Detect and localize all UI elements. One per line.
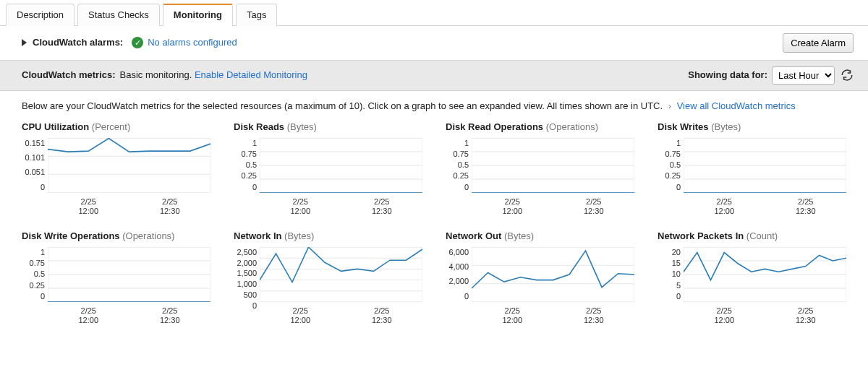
chart-unit: (Bytes): [711, 121, 741, 132]
y-tick: 2,500: [234, 247, 257, 258]
y-tick: 0: [658, 182, 681, 193]
y-tick: 0.75: [234, 149, 257, 160]
y-tick: 6,000: [446, 247, 469, 258]
chart-title: Disk Write Operations: [22, 230, 120, 241]
chart-unit: (Bytes): [287, 121, 317, 132]
y-tick: 1: [22, 247, 45, 258]
y-tick: 15: [658, 258, 681, 269]
y-tick: 1,000: [234, 279, 257, 290]
y-tick: 0.75: [658, 149, 681, 160]
time-range-select[interactable]: Last Hour: [772, 66, 835, 85]
chart-network-packets-in[interactable]: Network Packets In (Count)201510502/2512…: [658, 230, 846, 326]
y-tick: 2,000: [234, 258, 257, 269]
x-tick: 2/2512:30: [372, 306, 392, 327]
y-tick: 0: [22, 291, 45, 302]
x-tick: 2/2512:30: [160, 306, 180, 327]
y-tick: 1,500: [234, 268, 257, 279]
refresh-icon[interactable]: [841, 69, 854, 82]
x-tick: 2/2512:30: [160, 197, 180, 217]
chart-unit: (Operations): [122, 230, 174, 241]
enable-detailed-monitoring-link[interactable]: Enable Detailed Monitoring: [195, 69, 307, 82]
y-tick: 0: [446, 182, 469, 193]
cloudwatch-metrics-bar: CloudWatch metrics: Basic monitoring. En…: [0, 61, 868, 91]
chart-title: Disk Writes: [658, 121, 709, 132]
chart-network-in[interactable]: Network In (Bytes)2,5002,0001,5001,00050…: [234, 230, 422, 326]
chart-disk-reads[interactable]: Disk Reads (Bytes)10.750.50.2502/2512:00…: [234, 121, 422, 217]
y-tick: 0: [446, 291, 469, 302]
chart-title: Network In: [234, 230, 281, 241]
chevron-right-icon: ›: [668, 100, 671, 111]
expand-icon[interactable]: [22, 39, 27, 46]
chart-grid: CPU Utilization (Percent)0.1510.1010.051…: [0, 115, 868, 340]
create-alarm-button[interactable]: Create Alarm: [783, 33, 854, 53]
svg-rect-35: [260, 247, 422, 302]
alarms-status-link[interactable]: No alarms configured: [148, 36, 237, 49]
y-tick: 0.25: [22, 280, 45, 291]
y-tick: 1: [446, 138, 469, 149]
y-tick: 0: [234, 301, 257, 311]
cloudwatch-alarms-row: CloudWatch alarms: ✓ No alarms configure…: [0, 25, 868, 61]
y-tick: 0: [658, 291, 681, 302]
chart-disk-write-operations[interactable]: Disk Write Operations (Operations)10.750…: [22, 230, 210, 326]
chart-cpu-utilization[interactable]: CPU Utilization (Percent)0.1510.1010.051…: [22, 121, 210, 217]
x-tick: 2/2512:30: [796, 197, 816, 217]
tabs: Description Status Checks Monitoring Tag…: [0, 0, 868, 25]
svg-rect-4: [48, 138, 210, 193]
x-tick: 2/2512:00: [502, 197, 522, 217]
chart-disk-writes[interactable]: Disk Writes (Bytes)10.750.50.2502/2512:0…: [658, 121, 846, 217]
y-tick: 1: [658, 138, 681, 149]
alarms-label: CloudWatch alarms:: [33, 36, 123, 49]
y-tick: 0.051: [22, 167, 45, 178]
metrics-description-text: Below are your CloudWatch metrics for th…: [22, 100, 663, 111]
x-tick: 2/2512:30: [372, 197, 392, 217]
tab-status-checks[interactable]: Status Checks: [77, 4, 160, 26]
chart-unit: (Percent): [92, 121, 130, 132]
monitoring-mode: Basic monitoring.: [120, 69, 192, 82]
chart-title: CPU Utilization: [22, 121, 89, 132]
tab-monitoring[interactable]: Monitoring: [163, 4, 233, 26]
y-tick: 0.5: [446, 160, 469, 170]
y-tick: 0.25: [658, 170, 681, 181]
chart-title: Disk Reads: [234, 121, 284, 132]
tab-description[interactable]: Description: [6, 4, 75, 26]
y-tick: 10: [658, 269, 681, 280]
metrics-label: CloudWatch metrics:: [22, 69, 116, 82]
check-circle-icon: ✓: [132, 37, 143, 48]
x-tick: 2/2512:30: [584, 306, 604, 327]
x-tick: 2/2512:00: [502, 306, 522, 327]
y-tick: 0.101: [22, 152, 45, 163]
chart-unit: (Count): [746, 230, 778, 241]
x-tick: 2/2512:00: [78, 306, 98, 327]
chart-disk-read-operations[interactable]: Disk Read Operations (Operations)10.750.…: [446, 121, 634, 217]
y-tick: 20: [658, 247, 681, 258]
y-tick: 0: [234, 182, 257, 193]
y-tick: 0.5: [658, 160, 681, 170]
chart-title: Network Out: [446, 230, 501, 241]
chart-title: Disk Read Operations: [446, 121, 543, 132]
svg-rect-40: [472, 247, 634, 302]
chart-network-out[interactable]: Network Out (Bytes)6,0004,0002,00002/251…: [446, 230, 634, 326]
tab-tags[interactable]: Tags: [236, 4, 277, 26]
x-tick: 2/2512:00: [714, 306, 734, 327]
chart-unit: (Bytes): [504, 230, 534, 241]
chart-unit: (Operations): [546, 121, 598, 132]
chart-unit: (Bytes): [284, 230, 314, 241]
showing-label: Showing data for:: [688, 69, 767, 82]
view-all-metrics-link[interactable]: View all CloudWatch metrics: [677, 100, 796, 111]
chart-title: Network Packets In: [658, 230, 744, 241]
x-tick: 2/2512:00: [714, 197, 734, 217]
y-tick: 0.5: [234, 160, 257, 170]
x-tick: 2/2512:00: [290, 197, 310, 217]
x-tick: 2/2512:30: [796, 306, 816, 327]
y-tick: 0: [22, 182, 45, 193]
y-tick: 500: [234, 290, 257, 301]
x-tick: 2/2512:00: [290, 306, 310, 327]
y-tick: 0.25: [234, 170, 257, 181]
y-tick: 0.75: [446, 149, 469, 160]
y-tick: 0.151: [22, 138, 45, 149]
y-tick: 2,000: [446, 276, 469, 287]
y-tick: 0.75: [22, 258, 45, 269]
x-tick: 2/2512:00: [78, 197, 98, 217]
y-tick: 4,000: [446, 262, 469, 272]
metrics-description: Below are your CloudWatch metrics for th…: [0, 91, 868, 116]
